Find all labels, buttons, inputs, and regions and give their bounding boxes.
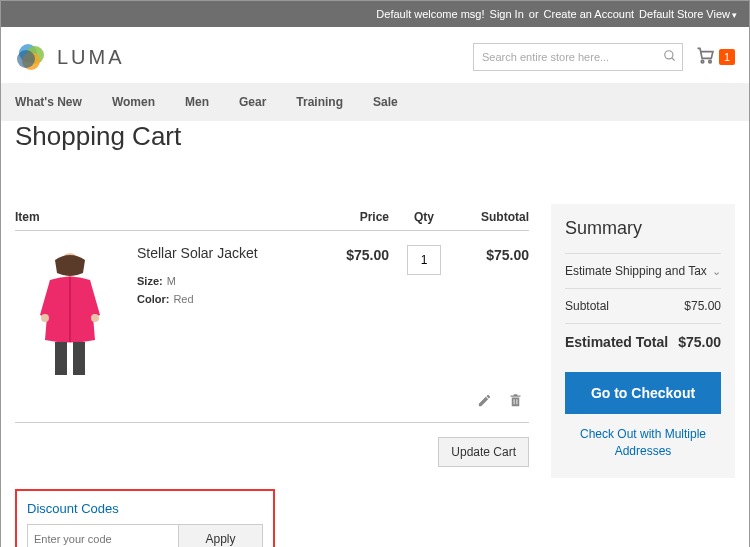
estimate-shipping-toggle[interactable]: Estimate Shipping and Tax ⌄ xyxy=(565,253,721,288)
nav-gear[interactable]: Gear xyxy=(239,95,266,109)
svg-line-5 xyxy=(672,58,675,61)
svg-rect-16 xyxy=(516,399,517,404)
svg-rect-15 xyxy=(514,399,515,404)
product-name[interactable]: Stellar Solar Jacket xyxy=(137,245,319,261)
discount-codes-block: Discount Codes Apply Coupon xyxy=(15,489,275,547)
nav-men[interactable]: Men xyxy=(185,95,209,109)
coupon-input[interactable] xyxy=(27,524,179,547)
header: LUMA 1 xyxy=(1,27,749,83)
nav-whats-new[interactable]: What's New xyxy=(15,95,82,109)
table-header: Item Price Qty Subtotal xyxy=(15,204,529,231)
subtotal-label: Subtotal xyxy=(565,299,609,313)
svg-point-4 xyxy=(665,51,673,59)
create-account-link[interactable]: Create an Account xyxy=(544,8,635,20)
minicart-button[interactable]: 1 xyxy=(695,45,735,69)
welcome-message: Default welcome msg! xyxy=(376,8,484,20)
logo[interactable]: LUMA xyxy=(15,41,125,73)
chevron-down-icon: ⌄ xyxy=(712,265,721,278)
size-label: Size: xyxy=(137,275,163,287)
multiple-addresses-link[interactable]: Check Out with Multiple Addresses xyxy=(565,426,721,460)
subtotal-value: $75.00 xyxy=(684,299,721,313)
svg-point-7 xyxy=(709,60,712,62)
product-image[interactable] xyxy=(15,245,125,375)
item-subtotal: $75.00 xyxy=(459,245,529,263)
svg-point-3 xyxy=(17,50,35,68)
store-view-switcher[interactable]: Default Store View▾ xyxy=(639,8,737,20)
or-text: or xyxy=(529,8,539,20)
logo-icon xyxy=(15,41,47,73)
nav-training[interactable]: Training xyxy=(296,95,343,109)
summary-title: Summary xyxy=(565,218,721,239)
col-header-item: Item xyxy=(15,210,319,224)
col-header-price: Price xyxy=(319,210,389,224)
top-panel: Default welcome msg! Sign In or Create a… xyxy=(1,1,749,27)
search-box xyxy=(473,43,683,71)
svg-point-14 xyxy=(91,314,99,322)
nav-women[interactable]: Women xyxy=(112,95,155,109)
search-input[interactable] xyxy=(473,43,683,71)
chevron-down-icon: ▾ xyxy=(732,10,737,20)
main-nav: What's New Women Men Gear Training Sale xyxy=(1,83,749,121)
color-label: Color: xyxy=(137,293,169,305)
update-cart-button[interactable]: Update Cart xyxy=(438,437,529,467)
page-title: Shopping Cart xyxy=(15,121,735,152)
cart-item-row: Stellar Solar Jacket Size:M Color:Red $7… xyxy=(15,231,529,389)
col-header-subtotal: Subtotal xyxy=(459,210,529,224)
checkout-button[interactable]: Go to Checkout xyxy=(565,372,721,414)
total-label: Estimated Total xyxy=(565,334,668,350)
summary-sidebar: Summary Estimate Shipping and Tax ⌄ Subt… xyxy=(551,204,735,478)
svg-rect-12 xyxy=(73,342,85,375)
signin-link[interactable]: Sign In xyxy=(490,8,524,20)
svg-point-13 xyxy=(41,314,49,322)
qty-input[interactable] xyxy=(407,245,441,275)
apply-coupon-button[interactable]: Apply Coupon xyxy=(179,524,263,547)
cart-icon xyxy=(695,45,715,69)
remove-item-button[interactable] xyxy=(508,393,523,412)
discount-title[interactable]: Discount Codes xyxy=(27,501,263,516)
col-header-qty: Qty xyxy=(389,210,459,224)
logo-text: LUMA xyxy=(57,46,125,69)
svg-rect-11 xyxy=(55,342,67,375)
cart-count-badge: 1 xyxy=(719,49,735,65)
search-icon[interactable] xyxy=(663,49,677,67)
svg-point-6 xyxy=(701,60,704,62)
edit-item-button[interactable] xyxy=(477,393,492,412)
color-value: Red xyxy=(173,293,193,305)
cart-main: Item Price Qty Subtotal xyxy=(15,204,529,547)
nav-sale[interactable]: Sale xyxy=(373,95,398,109)
item-price: $75.00 xyxy=(319,245,389,263)
size-value: M xyxy=(167,275,176,287)
total-value: $75.00 xyxy=(678,334,721,350)
